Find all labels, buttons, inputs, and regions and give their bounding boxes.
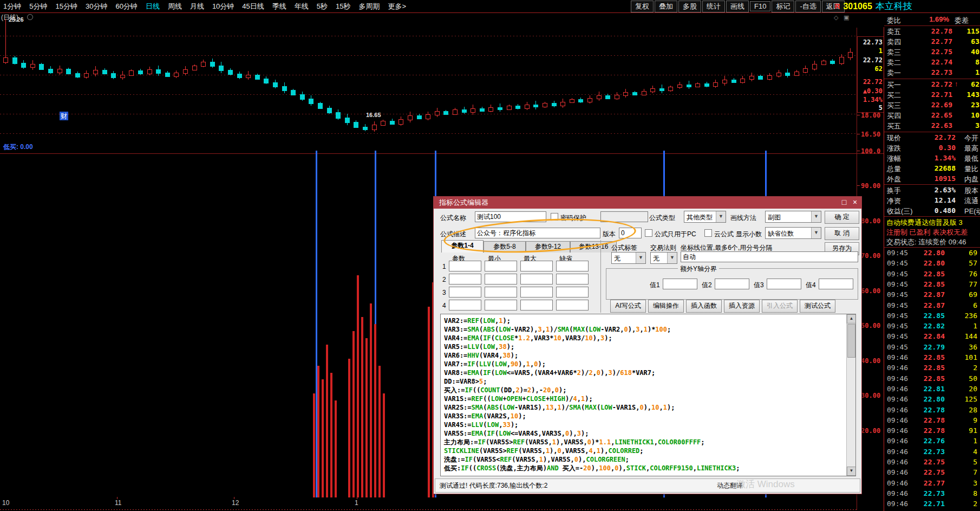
menu-item-多周期[interactable]: 多周期 (359, 2, 380, 11)
menu-item-5秒[interactable]: 5秒 (317, 2, 328, 11)
param-input-r4c1[interactable] (449, 300, 481, 311)
candle (471, 108, 475, 113)
menu-item-30分钟[interactable]: 30分钟 (86, 2, 107, 11)
cloud-checkbox[interactable] (704, 229, 712, 237)
close-icon[interactable]: × (850, 197, 860, 209)
tick-time: 09:45 (887, 270, 908, 278)
pc-only-checkbox[interactable] (645, 229, 652, 237)
menu-item-45日线[interactable]: 45日线 (242, 2, 264, 11)
tool-button-AI写公式[interactable]: AI写公式 (610, 300, 646, 313)
ok-button[interactable]: 确 定 (825, 211, 859, 224)
ask-label: 卖一 (887, 68, 901, 78)
menu-item-5分钟[interactable]: 5分钟 (29, 2, 47, 11)
param-input-r1c4[interactable] (556, 261, 589, 271)
param-input-r4c4[interactable] (556, 300, 589, 311)
param-input-r4c3[interactable] (520, 300, 553, 311)
stock-name[interactable]: 本立科技 (876, 0, 912, 12)
scrollbar-thumb[interactable] (847, 324, 855, 358)
y-value-label: 值3 (754, 281, 764, 290)
tool-button-测试公式[interactable]: 测试公式 (800, 300, 835, 313)
decimals-select[interactable]: 缺省位数 ▼ (765, 227, 821, 239)
param-input-r3c2[interactable] (485, 287, 517, 297)
tick-price: 22.85 (914, 374, 945, 383)
param-input-r1c1[interactable] (449, 261, 481, 271)
menu-item-1分钟[interactable]: 1分钟 (3, 2, 21, 11)
draw-method-select[interactable]: 副图 ▼ (765, 211, 821, 223)
menu-item-日线[interactable]: 日线 (146, 2, 160, 11)
param-input-r2c3[interactable] (520, 274, 553, 284)
menu-item-年线[interactable]: 年线 (295, 2, 309, 11)
formula-type-select[interactable]: 其他类型 ▼ (684, 211, 726, 223)
tool-button-插入资源[interactable]: 插入资源 (724, 300, 760, 313)
vertical-scrollbar[interactable]: ▲ ▼ (846, 314, 855, 476)
scroll-down-icon[interactable]: ▼ (847, 467, 856, 476)
coord-line-input[interactable] (681, 251, 858, 262)
y-value-input-1[interactable] (663, 279, 697, 289)
tick-row: 09:4522.8069 (884, 248, 980, 258)
info-label2: 今开 (964, 133, 978, 143)
candle (525, 105, 530, 109)
info-value: 1.34% (906, 154, 956, 162)
cancel-button[interactable]: 取 消 (825, 227, 859, 240)
param-input-r3c4[interactable] (556, 287, 589, 297)
param-input-r3c3[interactable] (520, 287, 553, 297)
y-value-input-3[interactable] (767, 279, 801, 289)
param-input-r1c2[interactable] (485, 261, 517, 271)
y-value-input-4[interactable] (819, 279, 853, 289)
info-label: 现价 (887, 133, 901, 143)
toolbar-button--自选[interactable]: -自选 (795, 1, 820, 12)
maximize-icon[interactable]: □ (839, 197, 850, 209)
toolbar-button-统计[interactable]: 统计 (702, 1, 725, 12)
menu-item-15分钟[interactable]: 15分钟 (55, 2, 77, 11)
chevron-down-icon[interactable]: ▼ (811, 228, 821, 238)
param-input-r2c1[interactable] (449, 274, 481, 284)
menu-item-15秒[interactable]: 15秒 (336, 2, 350, 11)
tool-button-插入函数[interactable]: 插入函数 (686, 300, 722, 313)
menu-item-季线[interactable]: 季线 (272, 2, 286, 11)
toolbar-button-复权[interactable]: 复权 (631, 1, 654, 12)
bid-label: 买二 (887, 90, 901, 100)
menu-item-60分钟[interactable]: 60分钟 (115, 2, 137, 11)
tick-qty: 4 (957, 448, 977, 456)
param-input-r1c3[interactable] (520, 261, 553, 271)
chevron-down-icon[interactable]: ▼ (667, 253, 677, 263)
tick-row: 09:4622.80125 (884, 394, 980, 405)
tick-row: 09:4522.821 (884, 321, 980, 332)
dialog-title-bar[interactable]: 指标公式编辑器 □ × (434, 197, 861, 209)
toolbar-button-标记[interactable]: 标记 (772, 1, 794, 12)
diamond-icon[interactable]: ◇ (834, 14, 838, 21)
param-input-r2c2[interactable] (485, 274, 517, 284)
y-value-input-2[interactable] (715, 279, 749, 289)
toolbar-button-叠加[interactable]: 叠加 (655, 1, 677, 12)
tick-price: 22.78 (914, 406, 945, 414)
toolbar-button-画线[interactable]: 画线 (726, 1, 749, 12)
menu-item-更多>[interactable]: 更多> (388, 2, 407, 11)
param-row-number: 3 (442, 289, 446, 296)
window-icon[interactable]: ▣ (844, 14, 849, 21)
menu-item-10分钟[interactable]: 10分钟 (212, 2, 234, 11)
tool-button-编辑操作[interactable]: 编辑操作 (648, 300, 684, 313)
param-input-r4c2[interactable] (485, 300, 517, 311)
param-input-r3c1[interactable] (449, 287, 481, 297)
scroll-up-icon[interactable]: ▲ (847, 314, 856, 324)
ad-link[interactable]: 自动续费通达信普及版 3 (886, 218, 963, 228)
toolbar-button-F10[interactable]: F10 (750, 1, 770, 11)
param-input-r2c4[interactable] (556, 274, 589, 284)
formula-code-editor[interactable]: VAR2:=REF(LOW,1);VAR3:=SMA(ABS(LOW-VAR2)… (440, 314, 856, 476)
chevron-down-icon[interactable]: ▼ (636, 253, 645, 263)
toolbar-button-多股[interactable]: 多股 (678, 1, 701, 12)
menu-item-月线[interactable]: 月线 (190, 2, 204, 11)
last-price-infobox: 22.73122.726222.72▲0.301.34%5 (857, 36, 885, 113)
chevron-down-icon[interactable]: ▼ (716, 211, 726, 222)
gridline (0, 36, 857, 36)
indicator-bar (370, 303, 372, 497)
quote-separator (884, 247, 980, 248)
indicator-bar (357, 275, 359, 497)
period-menu: 1分钟5分钟15分钟30分钟60分钟日线周线月线10分钟45日线季线年线5秒15… (3, 0, 406, 12)
formula-tag-select[interactable]: 无 ▼ (611, 252, 646, 264)
chevron-down-icon[interactable]: ▼ (811, 211, 821, 222)
candle (102, 70, 107, 74)
info-label: 涨幅 (887, 154, 901, 164)
menu-item-周线[interactable]: 周线 (168, 2, 182, 11)
trade-rule-select[interactable]: 无 ▼ (650, 252, 677, 264)
